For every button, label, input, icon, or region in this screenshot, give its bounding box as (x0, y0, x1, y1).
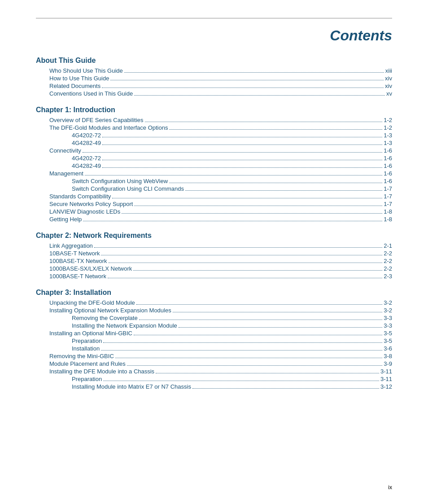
entry-dots (102, 88, 384, 88)
toc-entry[interactable]: Removing the Coverplate3-3 (36, 315, 392, 321)
entry-page: 3-9 (384, 360, 392, 367)
entry-dots (136, 304, 382, 305)
entry-dots (101, 350, 382, 351)
entry-page: 3-6 (384, 345, 392, 352)
entry-page: 1-3 (384, 140, 392, 146)
entry-dots (102, 167, 382, 168)
entry-text: 4G4202-72 (72, 132, 101, 139)
toc-entry[interactable]: Installing Module into Matrix E7 or N7 C… (36, 383, 392, 390)
entry-text: 1000BASE-SX/LX/ELX Network (49, 265, 132, 272)
toc-entry[interactable]: Management1-6 (36, 170, 392, 177)
entry-page: 1-6 (384, 170, 392, 177)
section-heading-about: About This Guide (36, 57, 392, 65)
entry-text: Module Placement and Rules (49, 360, 126, 367)
toc-entry[interactable]: Related Documentsxiv (36, 83, 392, 89)
entry-text: The DFE-Gold Modules and Interface Optio… (49, 124, 168, 131)
entry-dots (192, 388, 379, 389)
entry-text: LANVIEW Diagnostic LEDs (49, 208, 120, 215)
toc-entry[interactable]: The DFE-Gold Modules and Interface Optio… (36, 124, 392, 131)
entry-text: Installing Module into Matrix E7 or N7 C… (72, 383, 191, 390)
entry-dots (94, 247, 382, 248)
entry-text: 4G4282-49 (72, 162, 101, 169)
entry-page: 2-1 (384, 242, 392, 249)
entry-text: 1000BASE-T Network (49, 273, 106, 280)
entry-text: Removing the Mini-GBIC (49, 353, 114, 359)
toc-entry[interactable]: Installing Optional Network Expansion Mo… (36, 307, 392, 314)
toc-entry[interactable]: 4G4202-721-6 (36, 155, 392, 162)
entry-page: 1-6 (384, 155, 392, 162)
toc-entry[interactable]: Preparation3-5 (36, 337, 392, 344)
entry-page: 2-2 (384, 265, 392, 272)
entry-dots (103, 381, 379, 381)
entry-page: 3-5 (384, 330, 392, 337)
toc-entry[interactable]: Standards Compatibility1-7 (36, 193, 392, 200)
toc-entry[interactable]: Installing the DFE Module into a Chassis… (36, 368, 392, 375)
toc-entry[interactable]: 4G4282-491-3 (36, 140, 392, 146)
toc-entry[interactable]: How to Use This Guidexiv (36, 75, 392, 82)
entry-page: 1-2 (384, 117, 392, 123)
entry-dots (185, 190, 382, 191)
toc-entry[interactable]: Installation3-6 (36, 345, 392, 352)
toc-entry[interactable]: Module Placement and Rules3-9 (36, 360, 392, 367)
toc-entry[interactable]: 1000BASE-SX/LX/ELX Network2-2 (36, 265, 392, 272)
entry-page: 2-2 (384, 250, 392, 257)
entry-text: Link Aggregation (49, 242, 93, 249)
section-heading-ch1: Chapter 1: Introduction (36, 106, 392, 114)
entry-dots (110, 80, 384, 80)
entry-dots (169, 183, 382, 183)
entry-text: 100BASE-TX Network (49, 258, 107, 264)
toc-entry[interactable]: Switch Configuration Using WebView1-6 (36, 178, 392, 184)
entry-text: Preparation (72, 337, 102, 344)
entry-dots (83, 152, 382, 153)
entry-text: Switch Configuration Using CLI Commands (72, 185, 184, 192)
entry-text: Connectivity (49, 147, 81, 154)
toc-entry[interactable]: 100BASE-TX Network2-2 (36, 258, 392, 264)
entry-page: xiv (385, 75, 392, 82)
entry-dots (83, 221, 382, 221)
toc-entry[interactable]: LANVIEW Diagnostic LEDs1-8 (36, 208, 392, 215)
toc-entry[interactable]: Installing an Optional Mini-GBIC3-5 (36, 330, 392, 337)
entry-page: 3-8 (384, 353, 392, 359)
toc-entry[interactable]: Removing the Mini-GBIC3-8 (36, 353, 392, 359)
toc-entry[interactable]: Installing the Network Expansion Module3… (36, 322, 392, 329)
entry-dots (134, 206, 382, 206)
entry-dots (134, 335, 382, 335)
entry-page: 3-3 (384, 322, 392, 329)
toc-entry[interactable]: Preparation3-11 (36, 376, 392, 382)
entry-dots (101, 255, 382, 255)
toc-entry[interactable]: Unpacking the DFE-Gold Module3-2 (36, 299, 392, 306)
toc-entry[interactable]: Link Aggregation2-1 (36, 242, 392, 249)
toc-entry[interactable]: Conventions Used in This Guidexv (36, 90, 392, 97)
entry-dots (102, 160, 382, 160)
entry-page: 2-2 (384, 258, 392, 264)
toc-entry[interactable]: Connectivity1-6 (36, 147, 392, 154)
toc-entry[interactable]: 4G4202-721-3 (36, 132, 392, 139)
section-ch3: Chapter 3: InstallationUnpacking the DFE… (36, 289, 392, 390)
entry-text: Overview of DFE Series Capabilities (49, 117, 144, 123)
entry-dots (122, 213, 382, 214)
entry-dots (133, 270, 382, 271)
entry-text: Conventions Used in This Guide (49, 90, 133, 97)
entry-page: 1-6 (384, 178, 392, 184)
toc-entry[interactable]: Getting Help1-8 (36, 216, 392, 223)
toc-entry[interactable]: Secure Networks Policy Support1-7 (36, 201, 392, 207)
entry-dots (169, 129, 382, 130)
entry-text: Switch Configuration Using WebView (72, 178, 168, 184)
toc-entry[interactable]: 1000BASE-T Network2-3 (36, 273, 392, 280)
entry-text: Management (49, 170, 83, 177)
entry-page: 1-8 (384, 208, 392, 215)
entry-text: Standards Compatibility (49, 193, 111, 200)
entry-page: 1-7 (384, 201, 392, 207)
entry-page: 3-2 (384, 299, 392, 306)
section-heading-ch3: Chapter 3: Installation (36, 289, 392, 297)
section-ch1: Chapter 1: IntroductionOverview of DFE S… (36, 106, 392, 223)
toc-entry[interactable]: 10BASE-T Network2-2 (36, 250, 392, 257)
entry-dots (127, 365, 382, 366)
entry-text: Getting Help (49, 216, 82, 223)
toc-entry[interactable]: Switch Configuration Using CLI Commands1… (36, 185, 392, 192)
toc-entry[interactable]: Who Should Use This Guidexiii (36, 67, 392, 74)
entry-page: 1-2 (384, 124, 392, 131)
toc-entry[interactable]: Overview of DFE Series Capabilities1-2 (36, 117, 392, 123)
entry-text: 4G4202-72 (72, 155, 101, 162)
toc-entry[interactable]: 4G4282-491-6 (36, 162, 392, 169)
